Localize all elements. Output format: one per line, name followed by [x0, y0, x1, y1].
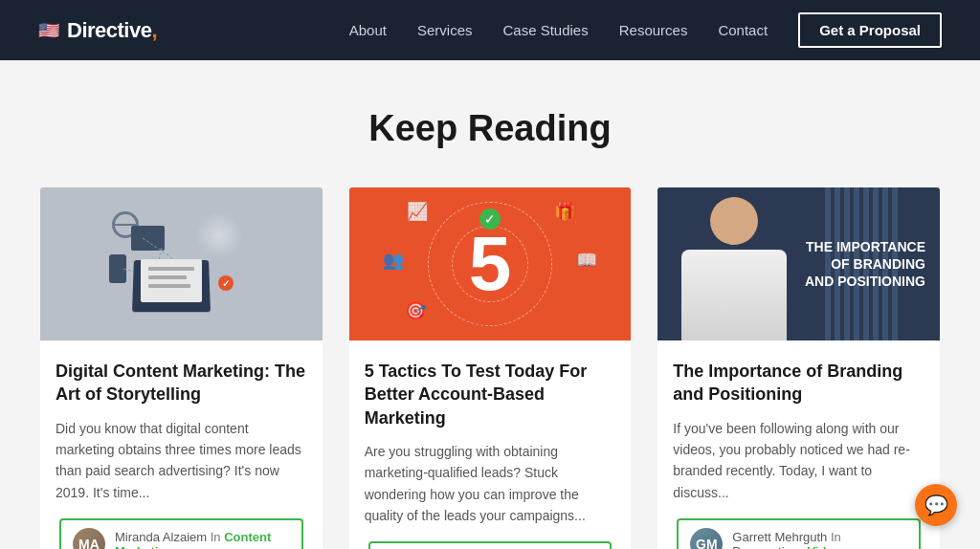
main-content: Keep Reading [21, 60, 959, 549]
overlay-line-3: AND POSITIONING [805, 273, 925, 290]
overlay-line-2: OF BRANDING [805, 255, 925, 273]
card-1-avatar: MA [73, 528, 105, 549]
logo-text: Directive, [67, 18, 157, 43]
person-head [710, 197, 758, 245]
document-lines [141, 259, 202, 302]
card-2-image: 📈 🎁 👥 📖 🎯 ✓ 5 [349, 187, 632, 340]
card-1-excerpt: Did you know that digital content market… [56, 418, 307, 504]
card-3-author-row: GM Garrett Mehrguth In Perspectives Vide… [677, 518, 921, 549]
nav-about[interactable]: About [349, 22, 387, 38]
person-body [681, 250, 787, 340]
big-number: 5 [469, 226, 512, 302]
nav-resources[interactable]: Resources [619, 22, 688, 38]
card-3-text-overlay: THE IMPORTANCE OF BRANDING AND POSITIONI… [805, 238, 925, 291]
card-3-author-in: In [831, 530, 841, 544]
card-2-title[interactable]: 5 Tactics To Test Today For Better Accou… [365, 360, 616, 429]
svg-rect-4 [148, 275, 187, 279]
card-3-author-info: Garrett Mehrguth In Perspectives Videos [732, 530, 907, 549]
card-3-avatar: GM [690, 528, 723, 549]
card-1-illustration: ✓ [104, 207, 257, 321]
nav-links: About Services Case Studies Resources Co… [349, 12, 942, 48]
card-1-title[interactable]: Digital Content Marketing: The Art of St… [56, 360, 307, 406]
card-1-author-name: Miranda Alzaiem [115, 530, 207, 544]
card-2-excerpt: Are you struggling with obtaining market… [365, 441, 616, 527]
overlay-line-1: THE IMPORTANCE [805, 238, 925, 255]
flag-icon: 🇺🇸 [38, 20, 59, 41]
book-page [141, 259, 202, 302]
gift-icon: 🎁 [554, 201, 575, 222]
card-1-author-in: In [211, 530, 224, 544]
card-3-excerpt: If you've been following along with our … [673, 418, 924, 504]
svg-rect-3 [148, 267, 194, 271]
svg-rect-5 [148, 284, 190, 288]
check-circle: ✓ [479, 209, 501, 230]
card-1-body: Digital Content Marketing: The Art of St… [40, 340, 323, 549]
chat-bubble-button[interactable]: 💬 [915, 484, 957, 526]
card-3-body: The Importance of Branding and Positioni… [657, 340, 940, 549]
card-3: THE IMPORTANCE OF BRANDING AND POSITIONI… [657, 187, 940, 549]
card-3-image: THE IMPORTANCE OF BRANDING AND POSITIONI… [657, 187, 940, 340]
card-3-author-cat2[interactable]: Videos [807, 544, 847, 549]
navbar: 🇺🇸 Directive, About Services Case Studie… [0, 0, 980, 60]
card-2-body: 5 Tactics To Test Today For Better Accou… [349, 340, 632, 549]
get-proposal-button[interactable]: Get a Proposal [798, 12, 942, 48]
chart-icon: 📈 [407, 201, 428, 222]
section-title: Keep Reading [40, 108, 940, 149]
card-3-author-cat1: Perspectives [732, 544, 803, 549]
logo-dot: , [151, 18, 157, 42]
nav-contact[interactable]: Contact [718, 22, 768, 38]
card-1-image: ✓ [40, 187, 323, 340]
chat-icon: 💬 [924, 495, 948, 515]
card-1: ✓ Digital Content Marketing: The Art of … [40, 187, 323, 549]
target-icon: 🎯 [405, 300, 426, 321]
card-3-title[interactable]: The Importance of Branding and Positioni… [673, 360, 924, 406]
card-2: 📈 🎁 👥 📖 🎯 ✓ 5 5 Tactics To Test Today Fo… [349, 187, 632, 549]
logo[interactable]: 🇺🇸 Directive, [38, 18, 157, 43]
card-2-author-row: JM Jordan Matsunaga In B2B Perspectives [368, 541, 612, 549]
book-icon-2: 📖 [576, 250, 597, 271]
people-icon: 👥 [383, 250, 404, 271]
nav-case-studies[interactable]: Case Studies [503, 22, 589, 38]
nav-services[interactable]: Services [417, 22, 473, 38]
person-silhouette [672, 197, 796, 340]
card-3-author-name: Garrett Mehrguth [732, 530, 827, 544]
card-1-author-row: MA Miranda Alzaiem In Content Marketing [59, 518, 303, 549]
cards-grid: ✓ Digital Content Marketing: The Art of … [40, 187, 940, 549]
card-1-author-info: Miranda Alzaiem In Content Marketing [115, 530, 290, 549]
